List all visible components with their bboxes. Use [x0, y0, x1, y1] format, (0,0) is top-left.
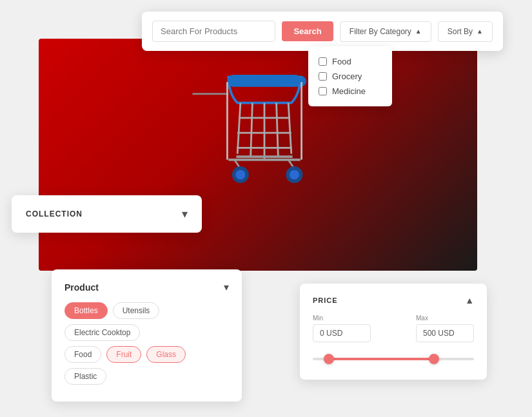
category-label-food: Food	[332, 57, 351, 66]
svg-rect-18	[227, 75, 301, 87]
category-item-food[interactable]: Food	[319, 54, 382, 69]
category-item-grocery[interactable]: Grocery	[319, 69, 382, 84]
category-checkbox-medicine[interactable]	[319, 87, 327, 95]
hero-image	[39, 39, 477, 271]
product-panel-header: Product ▾	[64, 281, 229, 293]
slider-fill	[329, 358, 434, 360]
slider-thumb-min[interactable]	[324, 354, 334, 364]
tag-electric-cooktop[interactable]: Electric Cooktop	[64, 324, 140, 341]
search-input-wrap	[152, 21, 275, 42]
product-panel: Product ▾ Bottles Utensils Electric Cook…	[52, 269, 242, 402]
category-checkbox-food[interactable]	[319, 57, 327, 66]
price-min-group: Min	[313, 315, 371, 342]
tag-bottles[interactable]: Bottles	[64, 302, 108, 319]
price-slider[interactable]	[313, 353, 474, 365]
tag-glass[interactable]: Glass	[146, 346, 186, 363]
category-item-medicine[interactable]: Medicine	[319, 84, 382, 99]
svg-point-15	[235, 170, 245, 180]
product-title: Product	[64, 282, 99, 293]
filter-by-category-button[interactable]: Filter By Category ▲	[340, 21, 431, 42]
svg-line-6	[288, 103, 291, 154]
filter-label: Filter By Category	[350, 27, 411, 36]
slider-track	[313, 358, 474, 360]
category-checkbox-grocery[interactable]	[319, 72, 327, 81]
sort-by-button[interactable]: Sort By ▲	[438, 21, 493, 42]
product-tags-row-2: Food Fruit Glass Plastic	[64, 346, 229, 385]
category-label-grocery: Grocery	[332, 72, 362, 81]
search-panel: Search Filter By Category ▲ Sort By ▲	[142, 12, 503, 51]
price-inputs: Min Max	[313, 315, 474, 342]
price-min-input[interactable]	[313, 324, 371, 342]
filter-chevron-icon: ▲	[415, 28, 422, 35]
price-title: PRICE	[313, 296, 338, 304]
search-button[interactable]: Search	[282, 21, 333, 41]
price-max-label: Max	[416, 315, 474, 322]
category-dropdown: Food Grocery Medicine	[308, 46, 392, 106]
collection-title: COLLECTION	[26, 209, 83, 218]
tag-utensils[interactable]: Utensils	[113, 302, 160, 319]
category-label-medicine: Medicine	[332, 86, 366, 96]
slider-thumb-max[interactable]	[429, 354, 439, 364]
search-input[interactable]	[152, 21, 275, 42]
price-min-label: Min	[313, 315, 371, 322]
price-chevron-icon[interactable]: ▲	[465, 295, 474, 305]
price-max-input[interactable]	[416, 324, 474, 342]
tag-fruit[interactable]: Fruit	[106, 346, 141, 363]
price-max-group: Max	[416, 315, 474, 342]
sort-chevron-icon: ▲	[477, 28, 483, 35]
svg-point-17	[290, 170, 299, 180]
tag-plastic[interactable]: Plastic	[64, 368, 106, 385]
price-panel-header: PRICE ▲	[313, 295, 474, 305]
svg-line-2	[237, 103, 241, 154]
collection-panel: COLLECTION ▾	[12, 195, 202, 233]
product-tags-row-1: Bottles Utensils Electric Cooktop	[64, 302, 229, 341]
collection-chevron-icon[interactable]: ▾	[182, 207, 188, 221]
sort-label: Sort By	[448, 27, 473, 36]
product-chevron-icon[interactable]: ▾	[224, 281, 229, 293]
tag-food[interactable]: Food	[64, 346, 101, 363]
price-panel: PRICE ▲ Min Max	[300, 284, 487, 380]
